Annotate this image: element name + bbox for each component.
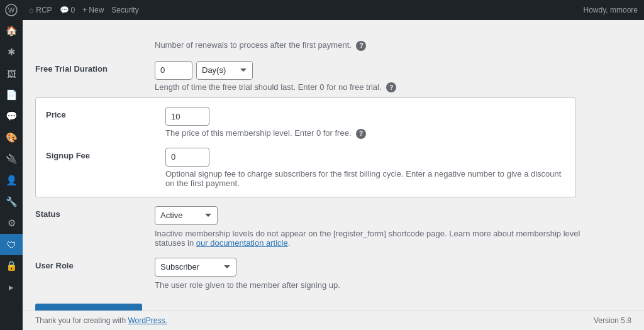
svg-text:W: W: [8, 6, 15, 14]
arrow-icon[interactable]: ▸: [0, 277, 23, 298]
howdy-text[interactable]: Howdy, mmoore: [584, 6, 638, 14]
footer-thank-you: Thank you for creating with: [35, 316, 128, 325]
signup-fee-inner-row: Signup Fee Optional signup fee to charge…: [46, 148, 565, 188]
user-role-help-text: The user role given to the member after …: [155, 280, 601, 290]
signup-fee-help-text: Optional signup fee to charge subscriber…: [165, 169, 565, 188]
price-input[interactable]: [165, 107, 209, 126]
signup-fee-row-wrap: Signup Fee Optional signup fee to charge…: [46, 148, 565, 188]
admin-topbar: ⌂ RCP 💬 0 + New Security Howdy, mmoore: [23, 0, 644, 20]
tools-icon[interactable]: 🔧: [0, 191, 23, 212]
media-icon[interactable]: 🖼: [0, 63, 23, 84]
plus-icon: +: [82, 6, 87, 14]
appearance-icon[interactable]: 🎨: [0, 127, 23, 148]
renewals-label: [35, 38, 155, 41]
comment-count: 0: [71, 6, 75, 14]
user-role-label: User Role: [35, 258, 155, 270]
footer-wp-link[interactable]: WordPress.: [128, 316, 167, 325]
content-wrap: Number of renewals to process after the …: [23, 20, 644, 311]
topbar-security[interactable]: Security: [111, 6, 138, 14]
dashboard-icon[interactable]: 🏠: [0, 20, 23, 41]
free-trial-label: Free Trial Duration: [35, 61, 155, 74]
lock-icon[interactable]: 🔒: [0, 255, 23, 277]
posts-icon[interactable]: ✱: [0, 41, 23, 63]
comment-icon: 💬: [60, 6, 69, 14]
price-row-label: Price: [46, 107, 165, 119]
renewals-help-text: Number of renewals to process after the …: [155, 40, 601, 51]
users-icon[interactable]: 👤: [0, 170, 23, 191]
price-signup-card: Price The price of this membership level…: [35, 97, 576, 197]
topbar-right: Howdy, mmoore: [584, 6, 638, 14]
status-help-text: Inactive membership levels do not appear…: [155, 229, 601, 248]
free-trial-input[interactable]: [155, 61, 192, 80]
status-row: Status Active Inactive Inactive membersh…: [35, 201, 601, 253]
free-trial-content: Day(s) Length of time the free trial sho…: [155, 61, 601, 93]
topbar-new[interactable]: + New: [82, 6, 104, 14]
topbar-left: ⌂ RCP 💬 0 + New Security: [29, 6, 584, 14]
user-role-row: User Role Subscriber Editor Author Contr…: [35, 253, 601, 295]
price-help-icon[interactable]: ?: [356, 129, 366, 139]
price-inner-row: Price The price of this membership level…: [46, 107, 565, 139]
topbar-comments[interactable]: 💬 0: [60, 6, 75, 14]
renewals-help-icon[interactable]: ?: [356, 41, 366, 51]
admin-sidebar: W 🏠 ✱ 🖼 📄 💬 🎨 🔌 👤 🔧 ⚙ 🛡 🔒 ▸: [0, 0, 23, 330]
price-help-text: The price of this membership level. Ente…: [165, 128, 366, 139]
signup-fee-row-label: Signup Fee: [46, 148, 165, 160]
free-trial-help-icon[interactable]: ?: [386, 82, 396, 92]
footer-version: Version 5.8: [594, 316, 631, 325]
rcp-icon[interactable]: 🛡: [0, 234, 23, 255]
user-role-content: Subscriber Editor Author Contributor The…: [155, 258, 601, 290]
signup-fee-row-content: Optional signup fee to charge subscriber…: [165, 148, 565, 188]
security-label: Security: [111, 6, 138, 14]
main-area: ⌂ RCP 💬 0 + New Security Howdy, mmoore: [23, 0, 644, 330]
status-select[interactable]: Active Inactive: [155, 206, 218, 225]
price-row-wrap: Price The price of this membership level…: [46, 107, 565, 139]
renewals-content: Number of renewals to process after the …: [155, 38, 601, 51]
settings-icon[interactable]: ⚙: [0, 212, 23, 234]
doc-link[interactable]: our documentation article: [196, 238, 288, 248]
site-name[interactable]: RCP: [36, 6, 52, 14]
user-role-select[interactable]: Subscriber Editor Author Contributor: [155, 258, 236, 277]
comments-icon[interactable]: 💬: [0, 106, 23, 127]
free-trial-unit-select[interactable]: Day(s): [196, 61, 253, 80]
signup-fee-input[interactable]: [165, 148, 209, 167]
plugins-icon[interactable]: 🔌: [0, 148, 23, 170]
free-trial-help-text: Length of time the free trial should las…: [155, 82, 601, 93]
renewals-row: Number of renewals to process after the …: [35, 33, 601, 56]
admin-footer: Thank you for creating with WordPress. V…: [23, 311, 644, 330]
wp-logo[interactable]: W: [0, 0, 23, 20]
add-membership-button[interactable]: Add Membership Level: [35, 304, 142, 311]
new-label: New: [89, 6, 104, 14]
free-trial-input-row: Day(s): [155, 61, 601, 80]
home-icon: ⌂: [29, 6, 33, 14]
status-label: Status: [35, 206, 155, 219]
button-row: Add Membership Level: [35, 295, 601, 311]
content-inner: Number of renewals to process after the …: [35, 33, 601, 311]
topbar-site[interactable]: ⌂ RCP: [29, 6, 52, 14]
price-row-content: The price of this membership level. Ente…: [165, 107, 366, 139]
status-content: Active Inactive Inactive membership leve…: [155, 206, 601, 248]
pages-icon[interactable]: 📄: [0, 84, 23, 106]
free-trial-row: Free Trial Duration Day(s) Length of tim…: [35, 56, 601, 98]
